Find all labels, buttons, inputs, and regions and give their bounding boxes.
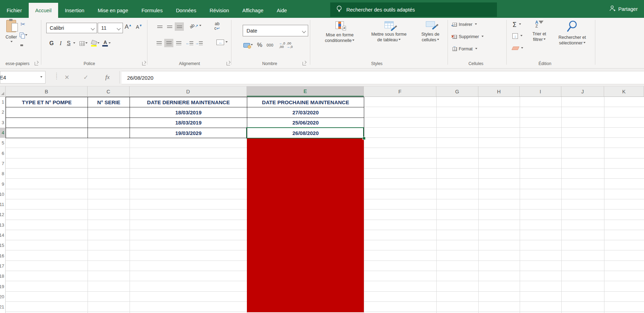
row-header-13[interactable]: 13 — [0, 220, 5, 230]
borders-button[interactable] — [79, 41, 85, 46]
thousands-button[interactable]: 000 — [266, 43, 273, 47]
column-header-D[interactable]: D — [130, 86, 247, 97]
number-dialog-launcher[interactable] — [303, 62, 306, 65]
cell-E2[interactable]: 27/03/2020 — [247, 107, 364, 118]
borders-dropdown-caret[interactable] — [85, 42, 88, 45]
font-color-dropdown-caret[interactable] — [109, 42, 111, 45]
currency-button[interactable] — [243, 43, 253, 48]
header-serie[interactable]: N° SERIE — [88, 97, 130, 107]
decrease-indent-button[interactable]: ← — [186, 41, 193, 45]
align-left-button[interactable] — [154, 39, 164, 47]
row-header-5[interactable]: 5 — [0, 138, 5, 148]
font-dialog-launcher[interactable] — [142, 62, 146, 65]
row-header-12[interactable]: 12 — [0, 209, 5, 220]
cell-B2[interactable] — [6, 107, 88, 118]
fill-handle[interactable] — [362, 137, 366, 140]
wrap-text-button[interactable]: ab c↵ — [214, 21, 220, 30]
tell-me-search[interactable]: Rechercher des outils adaptés — [330, 2, 497, 17]
increase-font-button[interactable]: A▲ — [125, 23, 132, 30]
find-select-button[interactable]: Rechercher etsélectionner — [553, 20, 592, 46]
fill-color-button[interactable] — [91, 41, 97, 47]
underline-dropdown-caret[interactable] — [73, 42, 75, 45]
row-header-20[interactable]: 20 — [0, 292, 5, 302]
conditional-red-fill-E5-E21[interactable] — [247, 138, 364, 312]
row-header-4[interactable]: 4 — [0, 128, 5, 138]
header-derniere[interactable]: DATE DERNIERE MAINTENANCE — [130, 97, 247, 107]
cancel-button[interactable]: ✕ — [60, 71, 74, 84]
percent-button[interactable]: % — [257, 42, 262, 49]
column-header-I[interactable]: I — [520, 86, 561, 97]
row-header-8[interactable]: 8 — [0, 169, 5, 179]
tab-affichage[interactable]: Affichage — [236, 3, 270, 18]
delete-cells-button[interactable]: ✕ Supprimer — [452, 34, 484, 39]
enter-button[interactable]: ✓ — [79, 71, 92, 84]
italic-button[interactable]: I — [56, 40, 64, 47]
conditional-formatting-button[interactable]: Mise en formeconditionnelle — [317, 21, 362, 43]
format-as-table-button[interactable]: Mettre sous formede tableau — [363, 21, 414, 43]
sheet-grid[interactable]: 123456789101112131415161718192021 TYPE E… — [0, 97, 644, 313]
insert-cells-button[interactable]: ⇤ Insérer — [452, 22, 477, 27]
name-box[interactable]: E4 — [0, 71, 46, 84]
number-format-combo[interactable]: Date — [243, 25, 308, 36]
formula-input[interactable]: 26/08/2020 — [122, 71, 644, 84]
alignment-dialog-launcher[interactable] — [227, 62, 230, 65]
row-header-19[interactable]: 19 — [0, 281, 5, 291]
decrease-decimal-button[interactable]: ,00→,0 — [286, 42, 292, 49]
autosum-button[interactable]: Σ — [512, 21, 521, 28]
header-prochaine[interactable]: DATE PROCHAINE MAINTENANCE — [247, 97, 364, 107]
column-header-C[interactable]: C — [88, 86, 130, 97]
decrease-font-button[interactable]: A▼ — [136, 24, 142, 30]
increase-indent-button[interactable]: → — [195, 41, 203, 45]
underline-button[interactable]: S — [65, 40, 73, 47]
align-bottom-button[interactable] — [175, 22, 184, 31]
clipboard-dialog-launcher[interactable] — [35, 62, 38, 65]
align-center-button[interactable] — [164, 39, 173, 47]
cell-B3[interactable] — [6, 118, 88, 128]
row-header-16[interactable]: 16 — [0, 251, 5, 261]
row-header-14[interactable]: 14 — [0, 230, 5, 240]
cell-C3[interactable] — [88, 118, 130, 128]
tab-revision[interactable]: Révision — [203, 3, 236, 18]
row-header-17[interactable]: 17 — [0, 261, 5, 271]
align-right-button[interactable] — [174, 39, 183, 47]
copy-button[interactable] — [20, 33, 27, 38]
column-header-B[interactable]: B — [6, 86, 88, 97]
column-header-K[interactable]: K — [604, 86, 644, 97]
fill-button[interactable]: ↓ — [512, 33, 522, 39]
tab-fichier[interactable]: Fichier — [0, 3, 29, 18]
header-type-pompe[interactable]: TYPE ET N° POMPE — [6, 97, 88, 107]
row-header-3[interactable]: 3 — [0, 118, 5, 128]
row-header-10[interactable]: 10 — [0, 189, 5, 199]
cell-E3[interactable]: 25/06/2020 — [247, 118, 364, 128]
cell-D2[interactable]: 18/03/2019 — [130, 107, 247, 118]
font-name-combo[interactable]: Calibri — [46, 23, 97, 33]
column-header-E[interactable]: E — [247, 86, 364, 97]
cell-D3[interactable]: 18/03/2019 — [130, 118, 247, 128]
format-cells-button[interactable]: ↔ Format — [452, 47, 477, 51]
row-header-1[interactable]: 1 — [0, 97, 5, 107]
cell-C4[interactable] — [88, 128, 130, 138]
cell-D4[interactable]: 19/03/2029 — [130, 128, 247, 138]
column-header-F[interactable]: F — [364, 86, 436, 97]
column-header-H[interactable]: H — [478, 86, 520, 97]
row-header-7[interactable]: 7 — [0, 158, 5, 169]
column-header-G[interactable]: G — [436, 86, 478, 97]
bold-button[interactable]: G — [47, 40, 56, 47]
paste-button[interactable]: Coller — [3, 20, 20, 43]
row-header-2[interactable]: 2 — [0, 107, 5, 117]
cell-C2[interactable] — [88, 107, 130, 118]
row-header-9[interactable]: 9 — [0, 179, 5, 189]
row-header-21[interactable]: 21 — [0, 302, 5, 312]
formula-bar-resize-dots[interactable]: ⋮⋮ — [54, 73, 59, 79]
column-header-J[interactable]: J — [561, 86, 604, 97]
increase-decimal-button[interactable]: ←,0,00 — [279, 42, 285, 49]
row-header-11[interactable]: 11 — [0, 199, 5, 209]
row-header-15[interactable]: 15 — [0, 240, 5, 250]
share-button[interactable]: Partager — [609, 0, 638, 18]
sort-filter-button[interactable]: AZ Trier etfiltrer — [527, 21, 552, 42]
tab-formules[interactable]: Formules — [135, 3, 169, 18]
cut-button[interactable]: ✂ — [20, 21, 25, 28]
insert-function-button[interactable]: fx — [101, 71, 114, 84]
tab-aide[interactable]: Aide — [270, 3, 293, 18]
tab-mise-en-page[interactable]: Mise en page — [91, 3, 135, 18]
